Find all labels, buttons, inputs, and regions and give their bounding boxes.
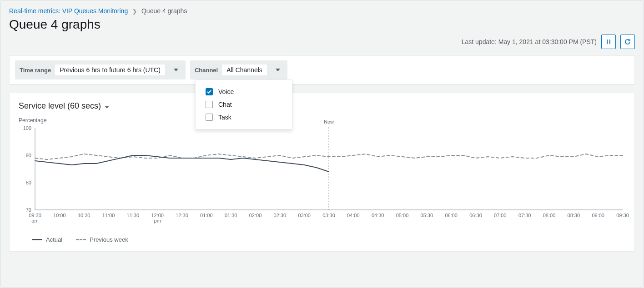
channel-label: Channel: [195, 67, 218, 74]
svg-text:06:00: 06:00: [445, 213, 458, 218]
time-range-label: Time range: [20, 67, 51, 74]
svg-text:02:00: 02:00: [249, 213, 262, 218]
svg-text:02:30: 02:30: [274, 213, 287, 218]
svg-text:11:30: 11:30: [127, 213, 140, 218]
chevron-right-icon: ❯: [132, 8, 137, 15]
legend-swatch-dash: [76, 239, 86, 240]
refresh-button[interactable]: [620, 35, 635, 49]
time-range-filter: Time range Previous 6 hrs to future 6 hr…: [15, 60, 186, 79]
svg-text:04:30: 04:30: [372, 213, 384, 218]
svg-text:11:00: 11:00: [102, 213, 115, 218]
svg-text:03:30: 03:30: [322, 213, 335, 218]
channel-caret[interactable]: [271, 63, 285, 77]
svg-text:01:30: 01:30: [225, 213, 237, 218]
pause-button[interactable]: [601, 35, 616, 49]
filter-bar: Time range Previous 6 hrs to future 6 hr…: [9, 55, 635, 84]
line-chart: 708090100Now09:30am10:0010:3011:0011:301…: [19, 125, 626, 225]
channel-dropdown: VoiceChatTask: [195, 79, 292, 129]
svg-text:07:30: 07:30: [518, 213, 531, 218]
svg-text:08:00: 08:00: [543, 213, 556, 218]
pause-icon: [605, 39, 612, 45]
svg-text:12:00: 12:00: [151, 213, 164, 218]
svg-text:80: 80: [26, 180, 31, 185]
caret-down-icon: [105, 106, 109, 109]
svg-text:100: 100: [23, 125, 31, 131]
app-frame: Real-time metrics: VIP Queues Monitoring…: [0, 0, 644, 288]
top-action-row: Last update: May 1, 2021 at 03:30:00 PM …: [1, 32, 643, 52]
svg-text:09:30: 09:30: [616, 213, 629, 218]
svg-text:05:00: 05:00: [396, 213, 409, 218]
caret-down-icon: [174, 69, 178, 71]
caret-down-icon: [276, 69, 280, 71]
svg-text:10:30: 10:30: [78, 213, 91, 218]
svg-text:08:30: 08:30: [568, 213, 580, 218]
svg-text:10:00: 10:00: [53, 213, 66, 218]
svg-text:09:00: 09:00: [592, 213, 604, 218]
breadcrumb-parent-link[interactable]: Real-time metrics: VIP Queues Monitoring: [9, 7, 128, 15]
channel-option-chat[interactable]: Chat: [196, 98, 292, 111]
svg-text:06:30: 06:30: [469, 213, 482, 218]
svg-text:09:30: 09:30: [29, 213, 41, 218]
time-range-value[interactable]: Previous 6 hrs to future 6 hrs (UTC): [55, 64, 166, 76]
svg-text:pm: pm: [154, 218, 161, 223]
chart-area: 708090100Now09:30am10:0010:3011:0011:301…: [19, 125, 625, 225]
legend: Actual Previous week: [19, 236, 625, 243]
checkbox-icon: [206, 101, 213, 108]
breadcrumb: Real-time metrics: VIP Queues Monitoring…: [1, 1, 643, 15]
page-title: Queue 4 graphs: [1, 15, 643, 32]
svg-text:01:00: 01:00: [200, 213, 213, 218]
svg-text:03:00: 03:00: [298, 213, 311, 218]
channel-option-label: Chat: [218, 101, 232, 108]
channel-option-label: Voice: [218, 88, 234, 95]
svg-text:07:00: 07:00: [494, 213, 507, 218]
checkbox-icon: [206, 114, 213, 121]
last-update-label: Last update: May 1, 2021 at 03:30:00 PM …: [462, 38, 597, 45]
channel-value[interactable]: All Channels: [221, 64, 267, 76]
channel-option-label: Task: [218, 114, 231, 121]
svg-text:05:30: 05:30: [421, 213, 433, 218]
legend-swatch-solid: [32, 239, 42, 240]
time-range-caret[interactable]: [169, 63, 183, 77]
service-level-card: Service level (60 secs) Percentage 70809…: [9, 93, 635, 252]
card-title: Service level (60 secs): [19, 101, 101, 111]
svg-text:Now: Now: [324, 119, 334, 124]
breadcrumb-current: Queue 4 graphs: [141, 7, 187, 15]
legend-previous-label: Previous week: [90, 236, 128, 243]
legend-actual-label: Actual: [46, 236, 62, 243]
card-menu-caret[interactable]: [105, 103, 109, 110]
legend-previous: Previous week: [76, 236, 128, 243]
checkbox-icon: [206, 88, 213, 95]
refresh-icon: [624, 38, 631, 45]
svg-text:04:00: 04:00: [347, 213, 360, 218]
y-axis-title: Percentage: [19, 117, 625, 124]
svg-text:am: am: [31, 218, 38, 223]
svg-text:70: 70: [26, 207, 31, 213]
channel-option-voice[interactable]: Voice: [196, 85, 292, 98]
svg-text:12:30: 12:30: [176, 213, 188, 218]
card-title-row: Service level (60 secs): [19, 101, 625, 111]
channel-option-task[interactable]: Task: [196, 111, 292, 124]
legend-actual: Actual: [32, 236, 62, 243]
channel-filter: Channel All Channels: [190, 60, 287, 79]
svg-text:90: 90: [26, 153, 31, 158]
